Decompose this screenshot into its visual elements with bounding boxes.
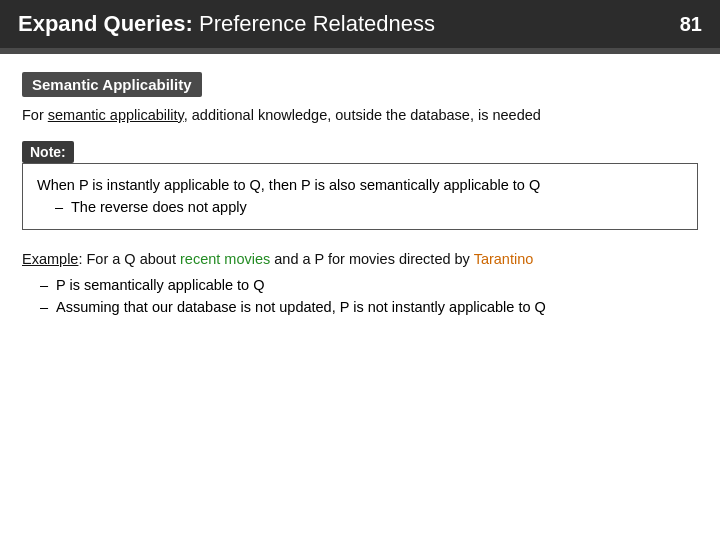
main-content: Semantic Applicability For semantic appl… (0, 54, 720, 336)
example-bullets: – P is semantically applicable to Q – As… (22, 275, 698, 319)
example-colon: : For a Q about (78, 251, 180, 267)
header-title: Expand Queries: Preference Relatedness (18, 11, 435, 37)
example-bullet-1-text: P is semantically applicable to Q (56, 275, 264, 297)
header-title-bold: Expand Queries: (18, 11, 193, 36)
note-line1: When P is instantly applicable to Q, the… (37, 174, 683, 197)
example-label: Example (22, 251, 78, 267)
note-bullet1: – The reverse does not apply (55, 197, 683, 219)
page-header: Expand Queries: Preference Relatedness 8… (0, 0, 720, 48)
example-mid: and a P for movies directed by (270, 251, 473, 267)
header-title-normal: Preference Relatedness (193, 11, 435, 36)
note-section: Note: When P is instantly applicable to … (22, 141, 698, 230)
example-section: Example: For a Q about recent movies and… (22, 248, 698, 319)
semantic-applicability-text: For semantic applicability, For semantic… (22, 105, 698, 127)
example-bullet-2: – Assuming that our database is not upda… (40, 297, 698, 319)
semantic-applicability-label: Semantic Applicability (22, 72, 202, 97)
example-bullet-1: – P is semantically applicable to Q (40, 275, 698, 297)
note-box: When P is instantly applicable to Q, the… (22, 163, 698, 230)
example-highlight-tarantino: Tarantino (474, 251, 534, 267)
note-label: Note: (22, 141, 74, 163)
page-number: 81 (680, 13, 702, 36)
semantic-applicability-section: Semantic Applicability For semantic appl… (22, 72, 698, 127)
semantic-applicability-link: semantic applicability (48, 107, 184, 123)
example-intro: Example: For a Q about recent movies and… (22, 248, 698, 271)
example-bullet-2-text: Assuming that our database is not update… (56, 297, 546, 319)
example-highlight-recent-movies: recent movies (180, 251, 270, 267)
